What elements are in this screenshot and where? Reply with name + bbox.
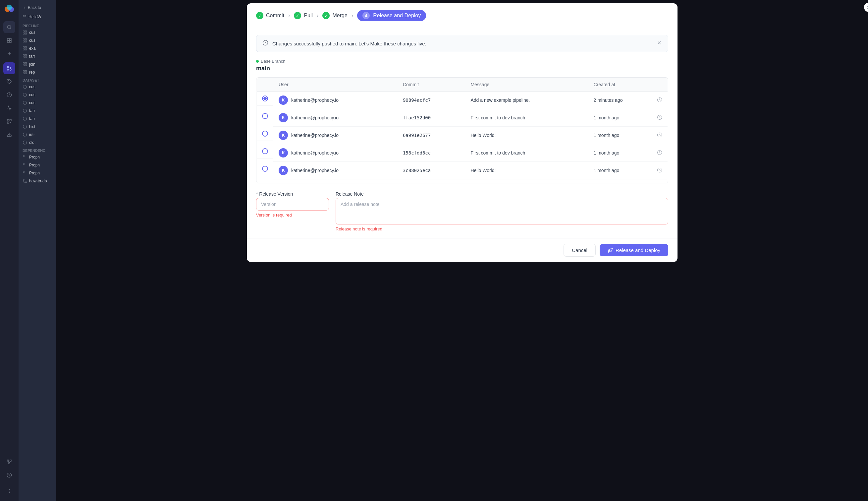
sidebar-icon-pipelines[interactable] [3,34,15,46]
svg-rect-6 [10,39,11,40]
sidebar-icon-tag[interactable] [3,76,15,87]
svg-point-57 [23,109,27,113]
svg-rect-32 [23,33,24,34]
version-form-group: * Release Version Version is required [256,191,329,232]
sidebar-icon-more[interactable] [3,485,15,497]
commit-message: Hello World! [465,162,588,179]
version-label: * Release Version [256,191,329,196]
user-cell: K katherine@prophecy.io [279,148,392,158]
svg-point-27 [9,492,9,493]
commit-time: 1 month ago [594,150,619,156]
svg-rect-64 [23,171,24,173]
dep-item-1[interactable]: Proph [19,161,56,169]
svg-rect-20 [9,462,10,464]
svg-rect-37 [25,41,26,42]
clock-icon [657,132,662,139]
pipeline-item-4[interactable]: join [19,60,56,68]
dep-item-2[interactable]: Proph [19,169,56,177]
svg-rect-53 [25,73,26,74]
radio-btn[interactable] [262,113,268,119]
pipeline-item-1[interactable]: cus [19,36,56,44]
sidebar-icon-transform[interactable] [3,115,15,127]
step-release-active[interactable]: 4 Release and Deploy [357,10,426,21]
svg-rect-16 [7,122,9,123]
step-merge[interactable]: ✓ Merge [322,12,347,19]
sidebar-icon-plus[interactable] [3,48,15,60]
pipeline-item-5[interactable]: rep [19,68,56,76]
pipeline-item-0[interactable]: cus [19,29,56,36]
banner-text: Changes successfully pushed to main. Let… [272,41,653,46]
svg-point-59 [23,125,27,129]
sidebar-icon-clock[interactable] [3,89,15,101]
banner-close-icon[interactable] [657,40,662,47]
dataset-item-5[interactable]: hist [19,123,56,131]
sidebar-icon-download[interactable] [3,129,15,141]
dataset-item-6[interactable]: irs- [19,131,56,139]
svg-rect-35 [25,39,26,40]
user-email: katherine@prophecy.io [291,115,339,120]
radio-btn[interactable] [262,183,268,184]
svg-point-65 [23,179,24,181]
note-textarea[interactable] [336,198,668,224]
table-row[interactable]: K katherine@prophecy.io 3c88025eca Hello… [257,162,668,179]
table-row[interactable]: K katherine@prophecy.io 90894acfc7 Add a… [257,92,668,109]
radio-btn[interactable] [262,148,268,154]
table-row[interactable]: K katherine@prophecy.io 6a991e2677 Hello… [257,127,668,144]
sidebar-icon-help[interactable] [3,469,15,481]
svg-point-11 [7,69,9,70]
dataset-item-7[interactable]: old. [19,139,56,147]
commit-message: First commit to dev branch [465,109,588,127]
table-row[interactable]: K katherine@prophecy.io ffae152d00 First… [257,109,668,127]
svg-rect-38 [23,47,24,48]
dataset-item-4[interactable]: farr [19,115,56,123]
release-deploy-button[interactable]: Release and Deploy [600,244,668,256]
back-link[interactable]: Back to [19,3,56,13]
sidebar-icon-dependencies[interactable] [3,456,15,468]
step-arrow-3: › [352,13,353,19]
cancel-button[interactable]: Cancel [563,244,596,257]
dataset-item-2[interactable]: cus [19,99,56,107]
sidebar-icon-git[interactable] [3,62,15,74]
dataset-item-3[interactable]: farr [19,107,56,115]
step-pull[interactable]: ✓ Pull [294,12,313,19]
sidebar-icon-activity[interactable] [3,102,15,114]
svg-rect-34 [23,39,24,40]
commit-time-cell: 2 minutes ago [589,92,668,109]
commit-time-cell: 1 month ago [589,179,668,184]
radio-btn[interactable] [262,96,268,102]
svg-rect-30 [23,31,24,32]
search-icon[interactable] [3,21,15,33]
how-to-item[interactable]: how-to-do [19,177,56,185]
stepper: ✓ Commit › ✓ Pull › ✓ Merge › 4 Release … [247,3,678,28]
dataset-item-1[interactable]: cus [19,91,56,99]
svg-rect-33 [25,33,26,34]
dataset-item-0[interactable]: cus [19,83,56,91]
table-row[interactable]: K katherine@prophecy.io 158cfdd6cc First… [257,144,668,162]
version-input[interactable] [256,198,329,211]
sidebar: Back to HelloW Pipeline cus cus exa farr… [0,0,56,501]
svg-point-10 [10,69,11,70]
svg-point-61 [23,141,27,145]
note-error: Release note is required [336,226,668,232]
pipeline-item-2[interactable]: exa [19,44,56,52]
radio-btn[interactable] [262,131,268,137]
commits-table-wrapper[interactable]: User Commit Message Created at K katheri… [256,77,668,183]
svg-rect-63 [23,163,24,165]
svg-point-3 [7,4,12,10]
svg-rect-48 [23,65,24,66]
user-avatar: K [279,166,288,175]
commit-hash: 6a991e2677 [397,127,465,144]
svg-point-56 [23,101,27,105]
user-avatar: K [279,113,288,122]
dep-item-0[interactable]: Proph [19,153,56,161]
close-button[interactable] [864,3,868,12]
step-commit[interactable]: ✓ Commit [256,12,284,19]
radio-btn[interactable] [262,166,268,172]
col-radio [257,78,274,92]
branch-dot [256,60,259,63]
table-row[interactable]: K katherine@prophecy.io 765cc01c53 First… [257,179,668,184]
note-label: Release Note [336,191,668,196]
pipeline-item-3[interactable]: farr [19,52,56,60]
svg-rect-41 [25,49,26,50]
branch-label: Base Branch [256,59,668,64]
